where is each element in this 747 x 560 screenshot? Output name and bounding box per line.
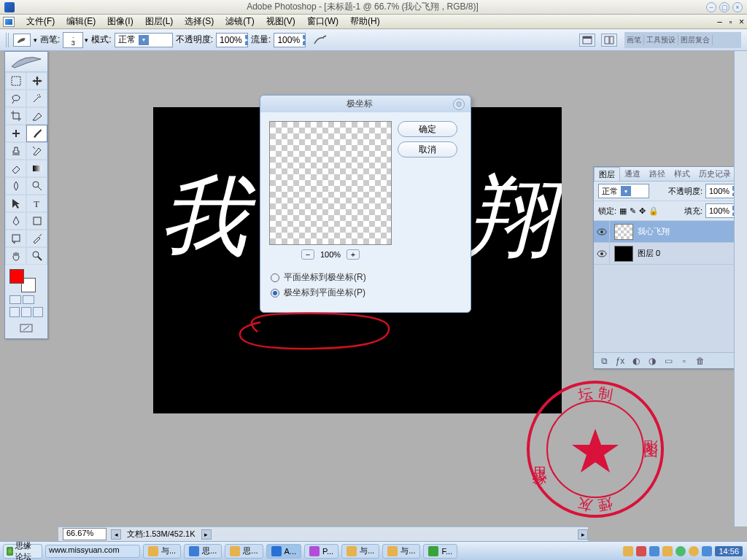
marquee-tool-icon[interactable] (5, 72, 26, 90)
ok-button[interactable]: 确定 (398, 121, 457, 137)
shape-tool-icon[interactable] (26, 212, 47, 230)
close-button[interactable]: × (732, 2, 743, 12)
layer-blend-select[interactable]: 正常▾ (598, 184, 649, 198)
file-browser-icon[interactable] (579, 34, 595, 47)
folder-icon[interactable]: ▭ (662, 356, 674, 366)
jump-to-icon[interactable] (5, 322, 47, 338)
menu-edit[interactable]: 编辑(E) (61, 15, 101, 28)
start-button[interactable]: 思缘论坛 (3, 544, 42, 559)
options-handle[interactable] (6, 33, 9, 47)
tab-layers[interactable]: 图层 (594, 167, 620, 181)
doc-min-icon[interactable]: – (717, 17, 722, 27)
new-layer-icon[interactable]: ▫ (678, 356, 690, 366)
taskbar-task[interactable]: 与... (143, 544, 181, 559)
tab-styles[interactable]: 样式 (670, 167, 694, 181)
toolbox-header-icon[interactable] (5, 52, 47, 72)
wand-tool-icon[interactable] (26, 90, 47, 107)
lock-position-icon[interactable]: ✥ (639, 206, 646, 216)
menu-filter[interactable]: 滤镜(T) (220, 15, 260, 28)
well-tab-comps[interactable]: 图层复合 (678, 35, 713, 45)
layer-thumb-icon[interactable] (614, 224, 633, 240)
layer-opacity-input[interactable]: 100%▸ (705, 184, 738, 198)
visibility-icon[interactable] (594, 221, 610, 243)
flow-input[interactable]: 100%▸ (274, 33, 306, 47)
tab-history[interactable]: 历史记录 (694, 167, 735, 181)
notes-tool-icon[interactable] (5, 230, 26, 247)
foreground-color-icon[interactable] (9, 269, 24, 284)
menu-file[interactable]: 文件(F) (20, 15, 61, 28)
well-tab-brushes[interactable]: 画笔 (624, 35, 644, 45)
type-tool-icon[interactable]: T (26, 195, 47, 212)
palette-well[interactable]: 画笔 工具预设 图层复合 (624, 32, 741, 48)
quickmask-off-icon[interactable] (9, 295, 21, 304)
link-icon[interactable]: ⧉ (598, 356, 610, 366)
layer-name[interactable]: 图层 0 (638, 248, 660, 259)
opacity-input[interactable]: 100%▸ (216, 33, 248, 47)
tab-channels[interactable]: 通道 (620, 167, 645, 181)
screen-full-icon[interactable] (33, 307, 43, 317)
lock-all-icon[interactable]: 🔒 (649, 206, 659, 216)
quicklaunch-url[interactable]: www.missyuan.com (45, 545, 140, 558)
brush-tool-icon[interactable] (26, 125, 47, 142)
gradient-tool-icon[interactable] (26, 160, 47, 177)
blur-tool-icon[interactable] (5, 177, 26, 195)
layer-name[interactable]: 我心飞翔 (638, 226, 670, 237)
menu-image[interactable]: 图像(I) (101, 15, 139, 28)
scroll-left-icon[interactable]: ◂ (111, 529, 121, 540)
fx-icon[interactable]: ƒx (614, 356, 626, 366)
taskbar-task[interactable]: F... (423, 544, 457, 559)
tray-icon[interactable] (623, 546, 633, 556)
quickmask-on-icon[interactable] (23, 295, 34, 304)
screen-full-menu-icon[interactable] (21, 307, 31, 317)
crop-tool-icon[interactable] (5, 107, 26, 125)
taskbar-task[interactable]: 与... (341, 544, 379, 559)
tray-icon[interactable] (649, 546, 659, 556)
tray-icon[interactable] (662, 546, 673, 556)
brush-size-picker[interactable]: ·3 (63, 32, 83, 48)
tray-icon[interactable] (676, 546, 686, 556)
zoom-out-button[interactable]: − (301, 249, 314, 260)
taskbar-task[interactable]: 思... (225, 544, 263, 559)
screen-standard-icon[interactable] (9, 307, 20, 317)
taskbar-task[interactable]: 思... (184, 544, 222, 559)
tab-paths[interactable]: 路径 (645, 167, 670, 181)
hand-tool-icon[interactable] (5, 247, 26, 265)
dialog-titlebar[interactable]: 极坐标 ⊙ (260, 96, 471, 112)
eyedropper-tool-icon[interactable] (26, 230, 47, 247)
path-select-icon[interactable] (5, 195, 26, 212)
zoom-field[interactable]: 66.67% (63, 528, 107, 540)
taskbar-task[interactable]: 与... (382, 544, 420, 559)
cancel-button[interactable]: 取消 (398, 141, 457, 158)
menu-window[interactable]: 窗口(W) (301, 15, 344, 28)
minimize-button[interactable]: – (706, 2, 716, 12)
layer-row[interactable]: 我心飞翔 (594, 221, 742, 243)
radio-polar-to-rect[interactable]: 极坐标到平面坐标(P) (271, 287, 460, 299)
ps-logo-icon[interactable] (3, 17, 15, 27)
brush-tool-icon[interactable] (13, 34, 31, 47)
taskbar-task[interactable]: P... (304, 544, 338, 559)
adjustment-icon[interactable]: ◑ (646, 356, 658, 366)
doc-close-icon[interactable]: × (739, 17, 744, 27)
zoom-in-button[interactable]: + (347, 249, 360, 260)
layer-thumb-icon[interactable] (614, 246, 633, 262)
pen-tool-icon[interactable] (5, 212, 26, 230)
zoom-tool-icon[interactable] (26, 247, 47, 265)
scroll-right-icon[interactable]: ▸ (578, 529, 588, 540)
clock[interactable]: 14:56 (715, 546, 743, 556)
slice-tool-icon[interactable] (26, 107, 47, 125)
palette-toggle-icon[interactable] (601, 34, 617, 47)
visibility-icon[interactable] (594, 243, 610, 265)
heal-tool-icon[interactable] (5, 125, 26, 142)
status-menu-icon[interactable]: ▸ (201, 529, 212, 540)
dodge-tool-icon[interactable] (26, 177, 47, 195)
menu-select[interactable]: 选择(S) (179, 15, 220, 28)
well-tab-presets[interactable]: 工具预设 (644, 35, 678, 45)
brush-dropdown-icon[interactable]: ▾ (34, 36, 37, 44)
vertical-scrollbar[interactable] (734, 51, 747, 526)
airbrush-icon[interactable] (311, 33, 329, 47)
fg-bg-colors[interactable] (9, 269, 36, 292)
blend-mode-select[interactable]: 正常▾ (115, 33, 173, 47)
taskbar-task[interactable]: A... (266, 544, 302, 559)
lasso-tool-icon[interactable] (5, 90, 26, 107)
lock-trans-icon[interactable]: ▦ (619, 206, 627, 216)
